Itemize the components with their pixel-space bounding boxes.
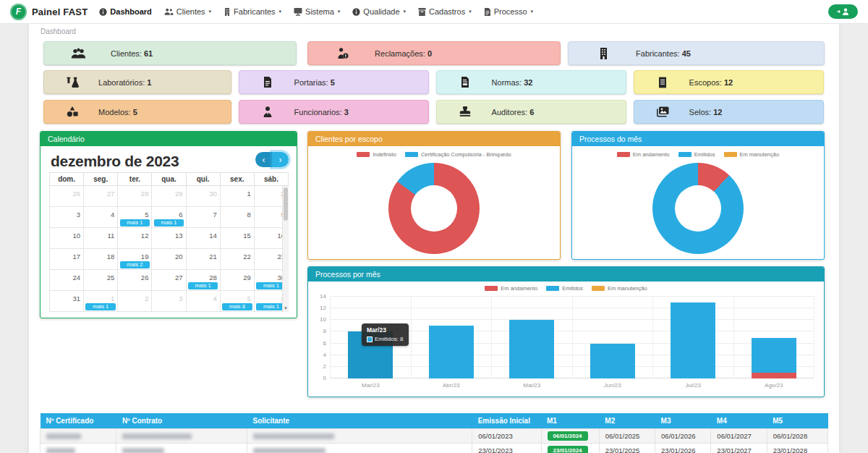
legend-item-em-manutencao[interactable]: Em manutenção xyxy=(724,151,780,158)
calendar-prev-button[interactable]: ‹ xyxy=(255,152,272,167)
m1-status-badge: 06/01/2024 xyxy=(548,431,588,441)
nav-item-processo[interactable]: Processo▾ xyxy=(484,7,533,16)
calendar-day-cell[interactable]: 25 xyxy=(84,270,118,291)
escopo-doughnut-chart[interactable] xyxy=(388,163,480,254)
scrollbar-thumb[interactable] xyxy=(284,187,288,221)
legend-item-indefinido[interactable]: Indefinido xyxy=(357,151,396,158)
legend-item-em-andamento[interactable]: Em andamento xyxy=(617,151,670,158)
calendar-day-cell[interactable]: 12 xyxy=(118,228,152,249)
calendar-day-cell[interactable]: 6mais 1 xyxy=(152,207,186,228)
stat-card-funcionarios[interactable]: Funcionarios: 3 xyxy=(239,100,429,124)
stat-card-portarias[interactable]: Portarias: 5 xyxy=(239,70,429,94)
bar-jul-23[interactable]: Jul/23 xyxy=(653,297,734,378)
calendar-day-cell[interactable]: 11 xyxy=(84,228,118,249)
calendar-day-cell[interactable]: 4 xyxy=(186,291,220,312)
stat-card-fabricantes[interactable]: Fabricantes: 45 xyxy=(568,41,825,65)
calendar-day-cell[interactable]: 5mais 1 xyxy=(118,207,152,228)
calendar-day-cell[interactable]: 2 xyxy=(118,291,152,312)
calendar-day-cell[interactable]: 10 xyxy=(50,228,84,249)
scrollbar-down-arrow[interactable]: ▼ xyxy=(283,305,289,312)
calendar-day-cell[interactable]: 1mais 1 xyxy=(84,291,118,312)
nav-item-dashboard[interactable]: Dashboard xyxy=(99,7,151,16)
nav-item-sistema[interactable]: Sistema▾ xyxy=(294,7,340,16)
calendar-day-cell[interactable]: 20 xyxy=(152,249,186,270)
chevron-down-icon: ▾ xyxy=(531,9,534,14)
stat-card-laboratorios[interactable]: Laboratórios: 1 xyxy=(43,70,231,94)
stat-card-modelos[interactable]: Modelos: 5 xyxy=(43,100,231,124)
processos-mes-doughnut-chart[interactable] xyxy=(652,163,744,254)
calendar-day-cell[interactable]: 28 xyxy=(118,186,152,207)
calendar-more-badge[interactable]: mais 8 xyxy=(222,303,252,310)
calendar-day-cell[interactable]: 28mais 1 xyxy=(186,270,220,291)
col-contrato[interactable]: Nº Contrato xyxy=(116,413,247,429)
user-account-button[interactable]: ◂ xyxy=(828,4,858,19)
bar-ago-23[interactable]: Ago/23 xyxy=(734,297,815,378)
col-emissao-inicial[interactable]: Emissão Inicial xyxy=(472,413,541,429)
calendar-day-cell[interactable]: 7 xyxy=(186,207,220,228)
stat-label: Clientes: 61 xyxy=(111,49,153,58)
calendar-day-cell[interactable]: 13 xyxy=(152,228,186,249)
stat-card-selos[interactable]: Selos: 12 xyxy=(634,100,824,124)
calendar-day-cell[interactable]: 29 xyxy=(152,186,186,207)
calendar-more-badge[interactable]: mais 1 xyxy=(188,282,218,289)
stat-card-clientes[interactable]: Clientes: 61 xyxy=(43,41,297,65)
calendar-day-cell[interactable]: 5mais 8 xyxy=(220,291,254,312)
col-m3[interactable]: M3 xyxy=(655,413,711,429)
calendar-day-cell[interactable]: 14 xyxy=(186,228,220,249)
calendar-day-cell[interactable]: 3 xyxy=(152,291,186,312)
bar-jun-23[interactable]: Jun/23 xyxy=(573,297,654,378)
calendar-day-cell[interactable]: 29 xyxy=(220,270,254,291)
calendar-day-cell[interactable]: 27 xyxy=(84,186,118,207)
legend-item-emitidos[interactable]: Emitidos xyxy=(678,151,715,158)
calendar-day-cell[interactable]: 30 xyxy=(186,186,220,207)
calendar-day-cell[interactable]: 19mais 2 xyxy=(118,249,152,270)
calendar-day-cell[interactable]: 1 xyxy=(220,186,254,207)
chevron-down-icon: ▾ xyxy=(209,9,212,14)
calendar-more-badge[interactable]: mais 1 xyxy=(85,303,116,310)
calendar-week-row: 171819mais 220212223 xyxy=(50,249,289,270)
calendar-day-cell[interactable]: 4 xyxy=(84,207,118,228)
calendar-more-badge[interactable]: mais 1 xyxy=(154,219,184,226)
calendar-more-badge[interactable]: mais 2 xyxy=(120,261,150,268)
calendar-day-cell[interactable]: 8 xyxy=(220,207,254,228)
col-certificado[interactable]: Nº Certificado xyxy=(41,413,116,429)
stat-card-reclamacoes[interactable]: Reclamações: 0 xyxy=(307,41,561,65)
calendar-scrollbar[interactable]: ▼ xyxy=(282,186,289,312)
stat-card-escopos[interactable]: Escopos: 12 xyxy=(634,70,824,94)
calendar-day-cell[interactable]: 21 xyxy=(186,249,220,270)
stat-card-auditores[interactable]: Auditores: 6 xyxy=(436,100,626,124)
table-row[interactable]: 23/01/2023 23/01/2024 23/01/2025 23/01/2… xyxy=(41,444,828,453)
bar-mai-23[interactable]: Mai/23 xyxy=(492,297,573,378)
col-m4[interactable]: M4 xyxy=(711,413,767,429)
table-row[interactable]: 06/01/2023 06/01/2024 06/01/2025 06/01/2… xyxy=(41,429,828,444)
col-m2[interactable]: M2 xyxy=(599,413,655,429)
calendar-day-cell[interactable]: 17 xyxy=(50,249,84,270)
col-m1[interactable]: M1 xyxy=(541,413,599,429)
calendar-day-cell[interactable]: 26 xyxy=(50,186,84,207)
calendar-next-button[interactable]: › xyxy=(272,152,289,167)
calendar-day-cell[interactable]: 24 xyxy=(50,270,84,291)
bar-abr-23[interactable]: Abr/23 xyxy=(412,297,493,378)
user-icon xyxy=(842,8,849,15)
legend-item-certificacao[interactable]: Certificação Compulsória - Brinquedo xyxy=(405,151,511,158)
nav-item-cadastros[interactable]: Cadastros▾ xyxy=(418,7,472,16)
col-solicitante[interactable]: Solicitante xyxy=(247,413,472,429)
calendar-day-cell[interactable]: 27 xyxy=(152,270,186,291)
nav-item-fabricantes[interactable]: Fabricantes▾ xyxy=(224,7,281,16)
stat-card-normas[interactable]: Normas: 32 xyxy=(436,70,626,94)
legend-item-emitidos[interactable]: Emitidos xyxy=(546,285,583,292)
calendar-day-cell[interactable]: 3 xyxy=(50,207,84,228)
calendar-day-cell[interactable]: 26 xyxy=(118,270,152,291)
nav-item-clientes[interactable]: Clientes▾ xyxy=(164,7,211,16)
calendar-day-cell[interactable]: 22 xyxy=(220,249,254,270)
nav-item-qualidade[interactable]: Qualidade▾ xyxy=(352,7,406,16)
bar-stack xyxy=(590,344,635,378)
col-m5[interactable]: M5 xyxy=(767,413,827,429)
legend-item-em-andamento[interactable]: Em andamento xyxy=(485,285,537,292)
calendar-more-badge[interactable]: mais 1 xyxy=(120,219,150,226)
legend-item-em-manutencao[interactable]: Em manutenção xyxy=(592,285,647,292)
calendar-day-cell[interactable]: 31 xyxy=(50,291,84,312)
calendar-day-cell[interactable]: 15 xyxy=(220,228,254,249)
calendar-day-cell[interactable]: 18 xyxy=(84,249,118,270)
brand[interactable]: F Painel FAST xyxy=(10,4,88,20)
